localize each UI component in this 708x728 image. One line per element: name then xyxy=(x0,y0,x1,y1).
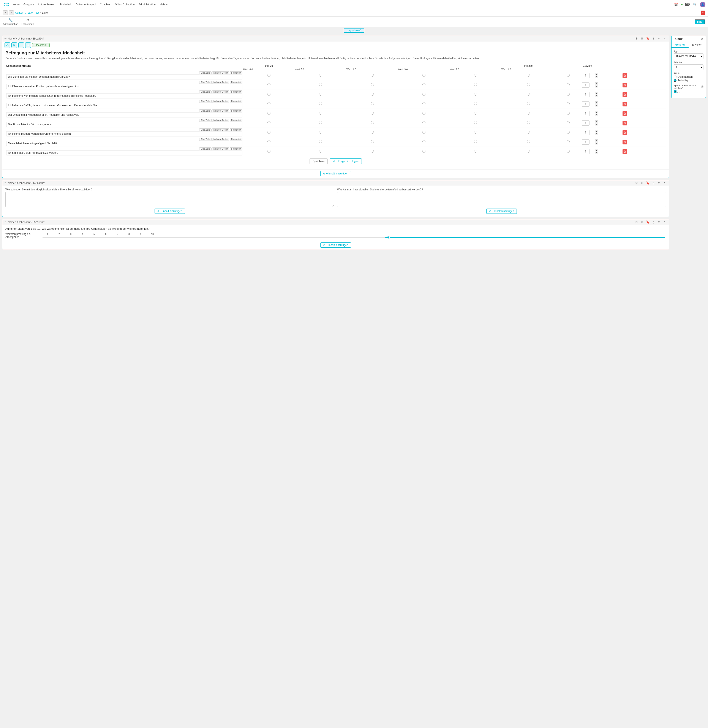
delete-question-button[interactable]: 🗑 xyxy=(622,121,627,125)
pill-formatiert[interactable]: Formatiert xyxy=(230,90,242,93)
pill-formatiert[interactable]: Formatiert xyxy=(230,81,242,84)
nav-back[interactable]: ‹ xyxy=(3,10,8,15)
block2-bookmark-icon[interactable]: 🔖 xyxy=(646,182,650,185)
add-question-button[interactable]: ⊕ + Frage hinzufügen xyxy=(330,158,362,164)
block3-settings-icon[interactable]: ⚙ xyxy=(634,221,639,224)
pill-mehrzeilen[interactable]: Mehrere Zeilen xyxy=(212,90,229,93)
pill-mehrzeilen[interactable]: Mehrere Zeilen xyxy=(212,100,229,103)
radio-no-answer[interactable] xyxy=(567,93,570,96)
pill-einzeile[interactable]: Eine Zeile xyxy=(199,109,211,112)
radio-option[interactable] xyxy=(319,93,322,96)
add-content-button-3[interactable]: ⊕ + Inhalt hinzufügen xyxy=(320,243,351,248)
radio-option[interactable] xyxy=(527,150,530,153)
block-collapse-icon[interactable]: ∧ xyxy=(663,37,667,40)
radio-option[interactable] xyxy=(371,131,374,134)
pill-einzeile[interactable]: Eine Zeile xyxy=(199,100,211,103)
radio-option[interactable] xyxy=(371,74,374,77)
radio-option[interactable] xyxy=(319,150,322,153)
pill-mehrzeilen[interactable]: Mehrere Zeilen xyxy=(212,109,229,112)
radio-option[interactable] xyxy=(527,102,530,105)
tab-erweitert[interactable]: Erweitert xyxy=(689,42,706,48)
radio-option[interactable] xyxy=(422,102,425,105)
nav-bibliothek[interactable]: Bibliothek xyxy=(60,3,72,6)
no-answer-help-icon[interactable]: ? xyxy=(701,85,704,88)
radio-option[interactable] xyxy=(474,102,477,105)
nav-dokumentenpool[interactable]: Dokumentenpool xyxy=(75,3,96,6)
pill-mehrzeilen[interactable]: Mehrere Zeilen xyxy=(212,119,229,122)
pill-formatiert[interactable]: Formatiert xyxy=(230,138,242,141)
no-answer-checkbox-label[interactable]: ein xyxy=(674,90,704,93)
pill-formatiert[interactable]: Formatiert xyxy=(230,100,242,103)
radio-option[interactable] xyxy=(474,140,477,143)
delete-question-button[interactable]: 🗑 xyxy=(622,92,627,97)
radio-option[interactable] xyxy=(319,121,322,124)
text-q1-input[interactable] xyxy=(6,192,334,207)
radio-option[interactable] xyxy=(371,112,374,115)
nav-coaching[interactable]: Coaching xyxy=(100,3,112,6)
radio-option[interactable] xyxy=(422,93,425,96)
block2-settings-icon[interactable]: ⚙ xyxy=(634,182,639,185)
nav-administration[interactable]: Administration xyxy=(139,3,156,6)
close-button[interactable]: ✕ xyxy=(701,10,705,15)
weight-down-arrow[interactable]: ▼ xyxy=(595,104,598,106)
radio-option[interactable] xyxy=(474,83,477,86)
pill-einzeile[interactable]: Eine Zeile xyxy=(199,81,211,84)
obligatorisch-radio[interactable]: Obligatorisch xyxy=(674,76,704,78)
block-menu-copy-btn[interactable]: ⎘ xyxy=(12,42,17,48)
pill-mehrzeilen[interactable]: Mehrere Zeilen xyxy=(212,138,229,141)
weight-input[interactable] xyxy=(582,121,589,126)
block2-more-icon[interactable]: ⋮ xyxy=(651,182,656,185)
nav-kurse[interactable]: Kurse xyxy=(13,3,20,6)
nav-mehr[interactable]: Mehr ▾ xyxy=(160,3,168,6)
delete-question-button[interactable]: 🗑 xyxy=(622,149,627,154)
radio-option[interactable] xyxy=(267,140,270,143)
help-button[interactable]: Hilfe xyxy=(695,19,705,24)
avatar[interactable]: 👤 xyxy=(700,2,705,7)
nav-autorenbereich[interactable]: Autorenbereich xyxy=(38,3,56,6)
freiwillig-input[interactable] xyxy=(674,79,676,82)
radio-no-answer[interactable] xyxy=(567,150,570,153)
pill-mehrzeilen[interactable]: Mehrere Zeilen xyxy=(212,147,229,150)
search-icon[interactable]: 🔍 xyxy=(692,2,698,7)
weight-up-arrow[interactable]: ▲ xyxy=(595,139,598,142)
weight-down-arrow[interactable]: ▼ xyxy=(595,85,598,87)
weight-input[interactable] xyxy=(582,83,589,88)
pill-einzeile[interactable]: Eine Zeile xyxy=(199,128,211,131)
radio-option[interactable] xyxy=(422,83,425,86)
radio-option[interactable] xyxy=(527,74,530,77)
add-content-q2[interactable]: ⊕ + Inhalt hinzufügen xyxy=(486,209,517,214)
radio-option[interactable] xyxy=(267,150,270,153)
radio-option[interactable] xyxy=(267,83,270,86)
pill-mehrzeilen[interactable]: Mehrere Zeilen xyxy=(212,71,229,74)
radio-option[interactable] xyxy=(474,74,477,77)
radio-option[interactable] xyxy=(422,131,425,134)
radio-option[interactable] xyxy=(474,131,477,134)
inspector-type-select[interactable]: Diskret mit Radio xyxy=(674,53,704,59)
radio-option[interactable] xyxy=(319,140,322,143)
block2-collapse-icon[interactable]: ∧ xyxy=(663,182,667,185)
weight-input[interactable] xyxy=(582,111,589,116)
inspector-close-button[interactable]: ✕ xyxy=(701,37,704,41)
radio-option[interactable] xyxy=(371,102,374,105)
radio-option[interactable] xyxy=(319,83,322,86)
radio-option[interactable] xyxy=(474,112,477,115)
radio-option[interactable] xyxy=(371,121,374,124)
radio-option[interactable] xyxy=(319,74,322,77)
weight-input[interactable] xyxy=(582,73,589,78)
radio-option[interactable] xyxy=(267,102,270,105)
delete-question-button[interactable]: 🗑 xyxy=(622,102,627,106)
radio-option[interactable] xyxy=(422,140,425,143)
block2-copy-icon[interactable]: ⎘ xyxy=(640,182,644,185)
radio-option[interactable] xyxy=(319,102,322,105)
radio-option[interactable] xyxy=(267,121,270,124)
radio-option[interactable] xyxy=(527,112,530,115)
pill-formatiert[interactable]: Formatiert xyxy=(230,109,242,112)
weight-down-arrow[interactable]: ▼ xyxy=(595,142,598,144)
weight-down-arrow[interactable]: ▼ xyxy=(595,151,598,154)
breadcrumb-link[interactable]: Content Creator Test xyxy=(15,11,39,14)
radio-option[interactable] xyxy=(319,131,322,134)
radio-option[interactable] xyxy=(527,83,530,86)
block-expand-icon[interactable]: ∨ xyxy=(657,37,661,40)
weight-up-arrow[interactable]: ▲ xyxy=(595,73,598,76)
weight-up-arrow[interactable]: ▲ xyxy=(595,92,598,94)
